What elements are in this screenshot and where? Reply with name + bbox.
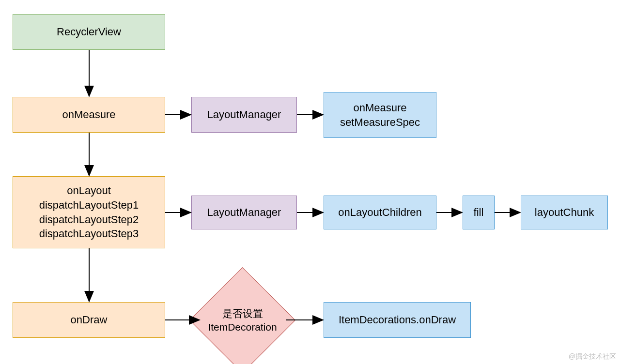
node-recyclerview: RecyclerView (13, 14, 165, 50)
label-ondraw: onDraw (71, 313, 108, 327)
node-onmeasure: onMeasure (13, 97, 165, 133)
label-fill: fill (474, 205, 484, 220)
node-onlayout: onLayout dispatchLayoutStep1 dispatchLay… (13, 176, 165, 248)
label-layoutmanager-2: LayoutManager (207, 205, 281, 220)
label-layoutchunk: layoutChunk (535, 205, 594, 220)
node-ondraw: onDraw (13, 302, 165, 338)
node-onlayoutchildren: onLayoutChildren (324, 196, 436, 229)
label-onmeasure-spec: onMeasure setMeasureSpec (340, 101, 420, 129)
node-layoutmanager-1: LayoutManager (191, 97, 297, 133)
watermark: @掘金技术社区 (569, 352, 616, 361)
node-layoutmanager-2: LayoutManager (191, 196, 297, 229)
label-onlayout: onLayout dispatchLayoutStep1 dispatchLay… (39, 183, 139, 241)
node-layoutchunk: layoutChunk (521, 196, 608, 229)
label-onmeasure: onMeasure (62, 107, 115, 122)
node-decision: 是否设置 ItemDecoration (205, 283, 280, 358)
label-decision: 是否设置 ItemDecoration (205, 283, 280, 358)
label-onlayoutchildren: onLayoutChildren (338, 205, 421, 220)
node-fill: fill (463, 196, 495, 229)
label-recyclerview: RecyclerView (57, 25, 121, 39)
node-onmeasure-spec: onMeasure setMeasureSpec (324, 92, 436, 138)
label-layoutmanager-1: LayoutManager (207, 107, 281, 122)
node-itemdecorations-ondraw: ItemDecorations.onDraw (324, 302, 471, 338)
label-itemdecorations-ondraw: ItemDecorations.onDraw (339, 313, 456, 327)
